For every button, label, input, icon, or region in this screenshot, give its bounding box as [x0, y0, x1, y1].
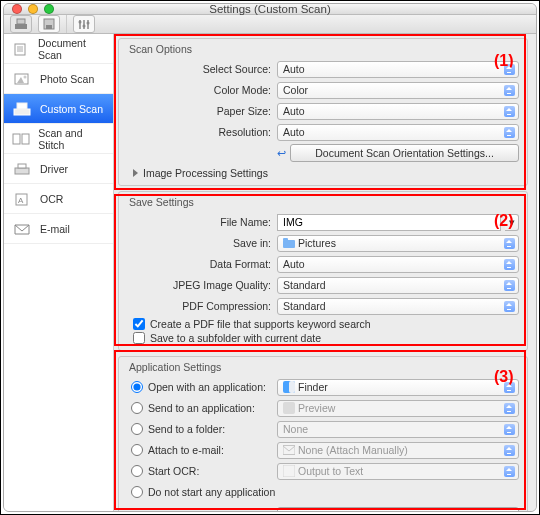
save-in-label: Save in:: [127, 237, 277, 249]
open-with-radio[interactable]: [131, 381, 143, 393]
select-source-dropdown[interactable]: Auto: [277, 61, 519, 78]
sidebar-item-label: Document Scan: [38, 37, 105, 61]
paper-size-dropdown[interactable]: Auto: [277, 103, 519, 120]
toolbar: [4, 15, 536, 34]
subfolder-label: Save to a subfolder with current date: [150, 332, 321, 344]
resolution-dropdown[interactable]: Auto: [277, 124, 519, 141]
collapse-triangle-icon: [133, 169, 138, 177]
start-ocr-dropdown[interactable]: Output to Text: [277, 463, 519, 480]
svg-rect-25: [283, 240, 295, 248]
email-icon: [12, 222, 32, 236]
svg-rect-29: [283, 402, 295, 414]
more-functions-button[interactable]: More Functions: [277, 507, 519, 512]
svg-rect-19: [13, 134, 20, 144]
paper-size-label: Paper Size:: [127, 105, 277, 117]
save-in-dropdown[interactable]: Pictures: [277, 235, 519, 252]
send-folder-radio[interactable]: [131, 423, 143, 435]
svg-rect-31: [283, 465, 295, 477]
svg-rect-21: [15, 168, 29, 174]
save-settings-title: Save Settings: [129, 196, 519, 208]
file-name-history-button[interactable]: ▾: [505, 214, 519, 231]
sidebar-item-custom-scan[interactable]: Custom Scan: [4, 94, 113, 124]
file-name-input[interactable]: [277, 214, 501, 231]
jpeg-quality-label: JPEG Image Quality:: [127, 279, 277, 291]
sidebar-item-scan-stitch[interactable]: Scan and Stitch: [4, 124, 113, 154]
window-title: Settings (Custom Scan): [4, 3, 536, 15]
svg-rect-22: [18, 164, 26, 168]
finder-icon: [283, 381, 295, 393]
titlebar: Settings (Custom Scan): [4, 4, 536, 15]
svg-point-9: [87, 22, 90, 25]
data-format-label: Data Format:: [127, 258, 277, 270]
subfolder-checkbox[interactable]: [133, 332, 145, 344]
pdf-compression-label: PDF Compression:: [127, 300, 277, 312]
color-mode-label: Color Mode:: [127, 84, 277, 96]
toolbar-settings-icon[interactable]: [73, 15, 95, 33]
svg-point-7: [79, 21, 82, 24]
toolbar-separator: [66, 15, 67, 33]
send-app-dropdown[interactable]: Preview: [277, 400, 519, 417]
svg-rect-0: [15, 24, 27, 29]
open-with-dropdown[interactable]: Finder: [277, 379, 519, 396]
attach-email-radio[interactable]: [131, 444, 143, 456]
preview-icon: [283, 402, 295, 414]
sidebar-item-photo-scan[interactable]: Photo Scan: [4, 64, 113, 94]
attach-email-label: Attach to e-mail:: [148, 444, 224, 456]
send-folder-dropdown[interactable]: None: [277, 421, 519, 438]
sidebar-item-label: E-mail: [40, 223, 70, 235]
resolution-label: Resolution:: [127, 126, 277, 138]
scan-stitch-icon: [12, 132, 30, 146]
sidebar-item-ocr[interactable]: A OCR: [4, 184, 113, 214]
pdf-keyword-checkbox[interactable]: [133, 318, 145, 330]
scan-options-title: Scan Options: [129, 43, 519, 55]
svg-point-16: [24, 75, 27, 78]
orientation-reset-icon[interactable]: ↩︎: [277, 147, 286, 160]
photo-scan-icon: [12, 72, 32, 86]
svg-text:A: A: [18, 196, 24, 205]
application-settings-title: Application Settings: [129, 361, 519, 373]
sidebar-item-label: Photo Scan: [40, 73, 94, 85]
pdf-keyword-label: Create a PDF file that supports keyword …: [150, 318, 371, 330]
file-name-label: File Name:: [127, 216, 277, 228]
send-folder-label: Send to a folder:: [148, 423, 225, 435]
start-ocr-radio[interactable]: [131, 465, 143, 477]
start-ocr-label: Start OCR:: [148, 465, 199, 477]
jpeg-quality-dropdown[interactable]: Standard: [277, 277, 519, 294]
sidebar-item-label: Custom Scan: [40, 103, 103, 115]
svg-point-8: [83, 25, 86, 28]
sidebar-item-label: OCR: [40, 193, 63, 205]
folder-icon: [283, 238, 295, 248]
color-mode-dropdown[interactable]: Color: [277, 82, 519, 99]
data-format-dropdown[interactable]: Auto: [277, 256, 519, 273]
pdf-compression-dropdown[interactable]: Standard: [277, 298, 519, 315]
attach-email-dropdown[interactable]: None (Attach Manually): [277, 442, 519, 459]
orientation-settings-button[interactable]: Document Scan Orientation Settings...: [290, 144, 519, 162]
driver-icon: [12, 162, 32, 176]
settings-window: Settings (Custom Scan) Document Scan Pho…: [3, 3, 537, 512]
text-icon: [283, 465, 295, 477]
sidebar: Document Scan Photo Scan Custom Scan Sca…: [4, 34, 114, 512]
send-app-radio[interactable]: [131, 402, 143, 414]
scan-options-group: Scan Options Select Source: Auto Color M…: [118, 38, 528, 186]
svg-rect-28: [289, 381, 295, 393]
no-app-label: Do not start any application: [148, 486, 275, 498]
sidebar-item-document-scan[interactable]: Document Scan: [4, 34, 113, 64]
send-app-label: Send to an application:: [148, 402, 255, 414]
application-settings-group: Application Settings Open with an applic…: [118, 356, 528, 512]
document-scan-icon: [12, 42, 30, 56]
svg-rect-18: [17, 103, 27, 109]
ocr-icon: A: [12, 192, 32, 206]
svg-rect-17: [14, 109, 30, 115]
custom-scan-icon: [12, 102, 32, 116]
svg-rect-1: [17, 19, 25, 24]
main-panel: Scan Options Select Source: Auto Color M…: [114, 34, 536, 512]
toolbar-save-icon[interactable]: [38, 15, 60, 33]
save-settings-group: Save Settings File Name: ▾ Save in: Pict…: [118, 191, 528, 351]
sidebar-item-email[interactable]: E-mail: [4, 214, 113, 244]
image-processing-toggle[interactable]: Image Processing Settings: [133, 167, 519, 179]
svg-rect-20: [22, 134, 29, 144]
toolbar-scan-icon[interactable]: [10, 15, 32, 33]
mail-icon: [283, 445, 295, 455]
sidebar-item-driver[interactable]: Driver: [4, 154, 113, 184]
no-app-radio[interactable]: [131, 486, 143, 498]
